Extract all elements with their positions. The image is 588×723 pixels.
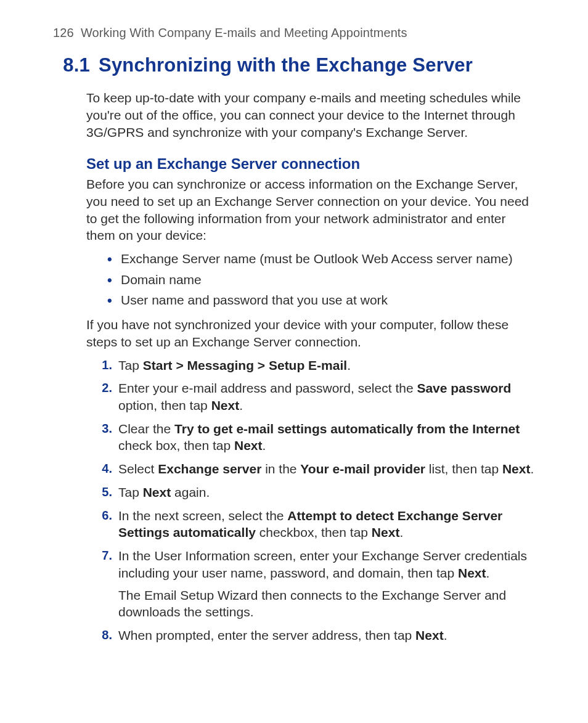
- step-item: 2. Enter your e-mail address and passwor…: [95, 380, 535, 414]
- page-header: 126 Working With Company E-mails and Mee…: [53, 25, 535, 41]
- subsection-intro: Before you can synchronize or access inf…: [86, 176, 535, 244]
- step-text: Select Exchange server in the Your e-mai…: [118, 462, 534, 476]
- section-title: 8.1Synchronizing with the Exchange Serve…: [53, 53, 535, 78]
- step-item: 1. Tap Start > Messaging > Setup E-mail.: [95, 357, 535, 374]
- step-item: 8. When prompted, enter the server addre…: [95, 627, 535, 644]
- step-number: 7.: [95, 547, 112, 563]
- step-text: Enter your e-mail address and password, …: [118, 381, 511, 412]
- list-item: Domain name: [107, 271, 535, 288]
- step-item: 3. Clear the Try to get e-mail settings …: [95, 420, 535, 454]
- page-number: 126: [53, 26, 74, 39]
- steps-list: 1. Tap Start > Messaging > Setup E-mail.…: [95, 357, 535, 644]
- step-number: 2.: [95, 380, 112, 396]
- step-number: 5.: [95, 484, 112, 500]
- step-item: 7. In the User Information screen, enter…: [95, 547, 535, 621]
- list-item: User name and password that you use at w…: [107, 292, 535, 309]
- section-intro: To keep up-to-date with your company e-m…: [86, 89, 535, 141]
- list-item: Exchange Server name (must be Outlook We…: [107, 250, 535, 268]
- step-item: 6. In the next screen, select the Attemp…: [95, 507, 535, 541]
- step-number: 6.: [95, 507, 112, 523]
- step-text: When prompted, enter the server address,…: [118, 628, 447, 642]
- step-followup: The Email Setup Wizard then connects to …: [118, 587, 535, 621]
- section-title-text: Synchronizing with the Exchange Server: [99, 54, 473, 76]
- step-text: Tap Start > Messaging > Setup E-mail.: [118, 358, 351, 372]
- step-number: 3.: [95, 420, 112, 436]
- step-number: 1.: [95, 357, 112, 373]
- info-bullet-list: Exchange Server name (must be Outlook We…: [107, 250, 535, 309]
- step-item: 4. Select Exchange server in the Your e-…: [95, 460, 535, 478]
- step-text: Tap Next again.: [118, 485, 210, 499]
- chapter-title: Working With Company E-mails and Meeting…: [81, 26, 407, 39]
- step-text: In the next screen, select the Attempt t…: [118, 509, 502, 540]
- step-number: 4.: [95, 460, 112, 476]
- after-bullets-para: If you have not synchronized your device…: [86, 316, 535, 350]
- step-text: In the User Information screen, enter yo…: [118, 549, 527, 580]
- step-item: 5. Tap Next again.: [95, 484, 535, 501]
- step-number: 8.: [95, 627, 112, 643]
- section-number: 8.1: [53, 53, 90, 78]
- step-text: Clear the Try to get e-mail settings aut…: [118, 422, 520, 453]
- subsection-title: Set up an Exchange Server connection: [86, 154, 535, 174]
